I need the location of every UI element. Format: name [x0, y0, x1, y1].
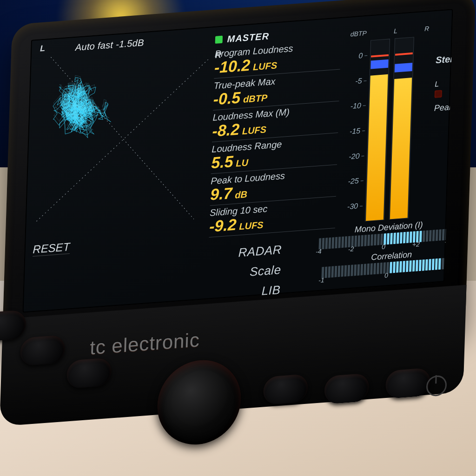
ppm-hdr-unit: dBTP: [350, 29, 367, 38]
metric-unit: LUFS: [253, 60, 278, 72]
vectorscope-panel: L R Auto fast -1.5dB: [29, 29, 212, 238]
metric-value: -9.2: [209, 216, 237, 235]
scope-left-label: L: [40, 44, 46, 54]
mode-stereo-label: Stereo: [436, 53, 453, 66]
mono-deviation-panel: Mono Deviation (I) LU-4-20+2+4: [318, 218, 453, 252]
peak-led-left: [435, 90, 442, 98]
metric-value: -10.2: [214, 56, 250, 76]
ppm-hdr-left: L: [394, 27, 397, 35]
reset-button[interactable]: RESET: [33, 240, 70, 257]
ppm-bar-right: [389, 37, 414, 220]
peak-ch-l: L: [435, 80, 439, 89]
metric-unit: LU: [236, 157, 248, 168]
metric-value: 5.5: [211, 152, 233, 172]
lcd-screen: L R Auto fast -1.5dB RESET RADAR Scale L…: [22, 9, 453, 313]
truepeak-meter: dBTP L R 0-5-10-15-20-25-30: [344, 25, 430, 231]
vectorscope-axes-icon: [26, 40, 218, 250]
ppm-bar-left: [365, 39, 390, 221]
svg-line-1: [37, 60, 208, 221]
metric-value: -0.5: [213, 88, 241, 108]
metric-unit: dB: [235, 189, 247, 200]
metric-value: -8.2: [212, 120, 240, 139]
svg-line-0: [46, 46, 199, 230]
metric-value: 9.7: [210, 184, 232, 204]
bus-active-icon: [215, 36, 223, 44]
metric-unit: LUFS: [242, 124, 267, 136]
metric-unit: LUFS: [239, 219, 264, 231]
metrics-column: Program Loudness-10.2LUFSTrue-peak Max-0…: [209, 38, 341, 238]
ppm-hdr-right: R: [424, 25, 430, 33]
correlation-panel: Correlation L/R-10+1: [321, 246, 453, 281]
metric-unit: dBTP: [243, 93, 268, 105]
bus-name: MASTER: [227, 31, 269, 44]
